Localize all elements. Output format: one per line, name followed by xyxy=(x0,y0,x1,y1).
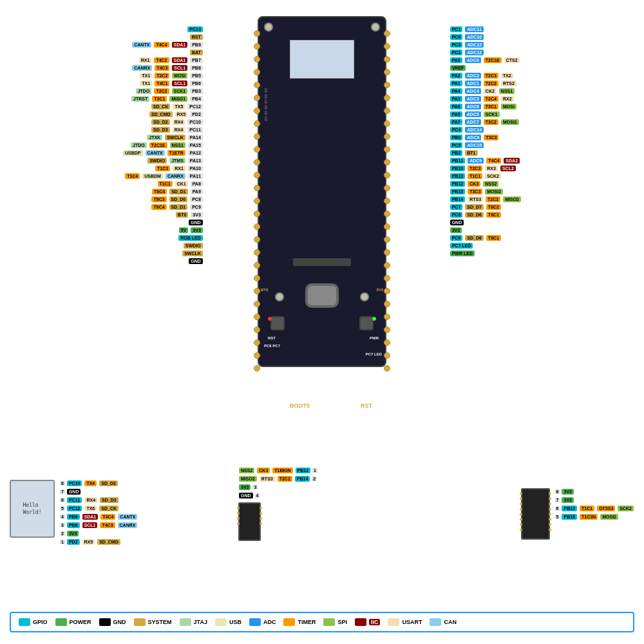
small-display: HelloWorld! xyxy=(10,480,55,538)
button-pwr[interactable] xyxy=(359,316,374,330)
board-display xyxy=(290,40,354,79)
small-board-right-area: 8 3V3 7 3V3 6 PB13 T1C1 GT3S3 SCK2 5 PB1… xyxy=(521,488,634,541)
legend-timer: TIMER xyxy=(283,618,316,626)
pwr-label: PWR xyxy=(370,336,379,340)
screw-bl xyxy=(275,292,284,301)
system-label: SYSTEM xyxy=(148,619,172,625)
gnd-color xyxy=(99,618,111,626)
power-color xyxy=(55,618,67,626)
jtaj-color xyxy=(180,618,191,626)
legend-system: SYSTEM xyxy=(134,618,172,626)
right-chip xyxy=(521,488,550,540)
legend-usart: USART xyxy=(388,618,422,626)
bt0-label: BT0 xyxy=(261,288,268,292)
legend-gpio: GPIO xyxy=(19,618,48,626)
left-pin-labels: PC13 RST CANTX T4C4 SDA1 PB9 BAT RX1 T4C… xyxy=(122,26,204,265)
ribbon-connector xyxy=(293,258,351,266)
gpio-color xyxy=(19,618,30,626)
usb-label: USB xyxy=(229,619,242,625)
screw-tr xyxy=(371,23,380,32)
small-board-left-area: HelloWorld! 8 PC10 TX4 SD_D2 7 GND 6 PC1… xyxy=(10,480,55,538)
middle-top-labels: NSS2 CK3 T1BKIN PB12 1 MISO2 RTS3 T2C2 P… xyxy=(238,467,317,499)
rst-bottom-label: RST xyxy=(361,402,372,409)
pin-dots-right xyxy=(384,30,390,372)
spi-label: SPI xyxy=(337,619,347,625)
screw-tl xyxy=(264,23,273,32)
timer-color xyxy=(283,618,295,626)
iic-color xyxy=(355,618,366,626)
legend-jtaj: JTAJ xyxy=(180,618,207,626)
system-color xyxy=(134,618,146,626)
adc-label: ADC xyxy=(263,619,276,625)
board-body: B9 B8 B7 B6 B5 B4 RST PWR P xyxy=(258,16,386,367)
legend-iic: IIC xyxy=(355,618,381,626)
rst-label: RST xyxy=(268,336,276,340)
boot0-label: BOOT0 xyxy=(290,402,310,409)
right-chip-labels: 8 3V3 7 3V3 6 PB13 T1C1 GT3S3 SCK2 5 PB1… xyxy=(555,488,634,520)
usart-label: USART xyxy=(402,619,422,625)
iic-label: IIC xyxy=(369,619,381,625)
usart-color xyxy=(388,618,399,626)
legend-power: POWER xyxy=(55,618,91,626)
spi-color xyxy=(323,618,335,626)
right-pin-labels: PC1 ADC11 PC0 ADC10 PC3 ADC13 PC2 ADC12 … xyxy=(450,26,522,257)
timer-label: TIMER xyxy=(298,619,316,625)
board-vert-labels-left: B9 B8 B7 B6 B5 B4 xyxy=(264,88,268,120)
led-rst xyxy=(268,317,272,321)
pin-dots-left xyxy=(254,30,260,372)
legend-adc: ADC xyxy=(249,618,276,626)
legend-gnd: GND xyxy=(99,618,126,626)
legend: GPIO POWER GND SYSTEM JTAJ USB ADC TIME xyxy=(10,612,634,632)
button-rst[interactable] xyxy=(270,316,285,330)
usb-color xyxy=(215,618,227,626)
small-left-pin-labels: 8 PC10 TX4 SD_D2 7 GND 6 PC11 RX4 SD_D3 … xyxy=(60,480,138,545)
can-label: CAN xyxy=(444,619,457,625)
small-board-middle-area: NSS2 CK3 T1BKIN PB12 1 MISO2 RTS3 T2C2 P… xyxy=(238,467,317,541)
adc-color xyxy=(249,618,261,626)
screw-br xyxy=(360,292,369,301)
legend-can: CAN xyxy=(430,618,457,626)
main-container: B9 B8 B7 B6 B5 B4 RST PWR P xyxy=(0,0,644,644)
gnd-label: GND xyxy=(113,619,126,625)
pwrled-label: PC7 LED xyxy=(366,352,382,356)
jtaj-label: JTAJ xyxy=(194,619,207,625)
gpio-label: GPIO xyxy=(33,619,48,625)
pc6-label: PC6 PC7 xyxy=(264,344,280,348)
usb-port xyxy=(305,283,339,308)
legend-usb: USB xyxy=(215,618,242,626)
small-chip xyxy=(238,502,261,541)
3v3-label: 3V3 xyxy=(376,288,383,292)
legend-spi: SPI xyxy=(323,618,347,626)
led-pwr xyxy=(372,317,376,321)
can-color xyxy=(430,618,441,626)
power-label: POWER xyxy=(70,619,91,625)
